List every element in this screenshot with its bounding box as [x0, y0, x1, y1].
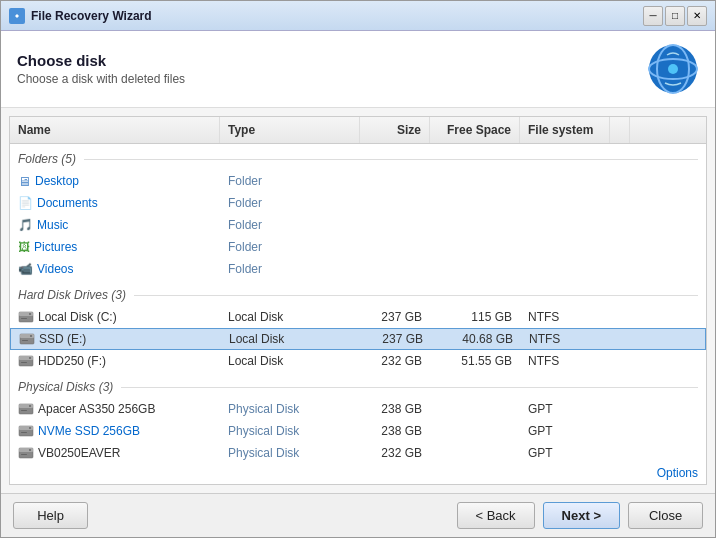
row-type: Local Disk — [221, 330, 361, 348]
help-button[interactable]: Help — [13, 502, 88, 529]
local-disk-icon — [18, 310, 34, 324]
header-text: Choose disk Choose a disk with deleted f… — [17, 52, 647, 86]
row-fs: GPT — [520, 422, 610, 440]
table-row[interactable]: NVMe SSD 256GB Physical Disk 238 GB GPT — [10, 420, 706, 442]
row-free: 51.55 GB — [430, 352, 520, 370]
row-name-nvme: NVMe SSD 256GB — [10, 422, 220, 440]
row-name-label: NVMe SSD 256GB — [38, 424, 140, 438]
row-size — [360, 245, 430, 249]
row-size: 237 GB — [360, 308, 430, 326]
table-row-selected[interactable]: SSD (E:) Local Disk 237 GB 40.68 GB NTFS — [10, 328, 706, 350]
row-type: Folder — [220, 260, 360, 278]
svg-rect-8 — [21, 318, 27, 319]
table-row[interactable]: Local Disk (C:) Local Disk 237 GB 115 GB… — [10, 306, 706, 328]
music-icon: 🎵 — [18, 218, 33, 232]
table-row[interactable]: VB0250EAVER Physical Disk 232 GB GPT — [10, 442, 706, 462]
table-row[interactable]: 📹 Videos Folder — [10, 258, 706, 280]
row-free — [430, 223, 520, 227]
back-button[interactable]: < Back — [457, 502, 535, 529]
videos-icon: 📹 — [18, 262, 33, 276]
row-fs — [520, 179, 610, 183]
svg-point-7 — [29, 313, 31, 315]
row-type: Folder — [220, 172, 360, 190]
section-divider-folders — [84, 159, 698, 160]
table-row[interactable]: 🖼 Pictures Folder — [10, 236, 706, 258]
physical-disk-icon — [18, 446, 34, 460]
table-row[interactable]: 🎵 Music Folder — [10, 214, 706, 236]
row-size — [360, 201, 430, 205]
col-header-type: Type — [220, 117, 360, 143]
local-disk-icon — [19, 332, 35, 346]
row-type: Folder — [220, 194, 360, 212]
row-fs: GPT — [520, 444, 610, 462]
row-fs: NTFS — [520, 308, 610, 326]
row-name-desktop: 🖥 Desktop — [10, 172, 220, 191]
row-name-label: Pictures — [34, 240, 77, 254]
col-header-freespace: Free Space — [430, 117, 520, 143]
svg-rect-12 — [22, 340, 28, 341]
row-name-label: Videos — [37, 262, 73, 276]
maximize-button[interactable]: □ — [665, 6, 685, 26]
col-header-scroll — [610, 117, 630, 143]
header-section: Choose disk Choose a disk with deleted f… — [1, 31, 715, 108]
minimize-button[interactable]: ─ — [643, 6, 663, 26]
documents-icon: 📄 — [18, 196, 33, 210]
row-fs — [520, 267, 610, 271]
table-row[interactable]: 📄 Documents Folder — [10, 192, 706, 214]
row-name-label: SSD (E:) — [39, 332, 86, 346]
window-controls: ─ □ ✕ — [643, 6, 707, 26]
svg-rect-20 — [21, 410, 27, 411]
table-body[interactable]: Folders (5) 🖥 Desktop Folder 📄 Documents — [10, 144, 706, 462]
row-type: Physical Disk — [220, 444, 360, 462]
window-title: File Recovery Wizard — [31, 9, 643, 23]
row-type: Folder — [220, 216, 360, 234]
row-fs: NTFS — [520, 352, 610, 370]
desktop-icon: 🖥 — [18, 174, 31, 189]
row-name-c: Local Disk (C:) — [10, 308, 220, 326]
row-free — [430, 267, 520, 271]
table-header: Name Type Size Free Space File system — [10, 117, 706, 144]
col-header-size: Size — [360, 117, 430, 143]
row-free — [430, 451, 520, 455]
footer-area: Options — [10, 462, 706, 484]
row-name-label: Apacer AS350 256GB — [38, 402, 155, 416]
pictures-icon: 🖼 — [18, 240, 30, 254]
row-fs — [520, 201, 610, 205]
row-free — [430, 179, 520, 183]
app-icon — [9, 8, 25, 24]
close-button[interactable]: Close — [628, 502, 703, 529]
next-button[interactable]: Next > — [543, 502, 620, 529]
row-size — [360, 223, 430, 227]
row-name-label: Local Disk (C:) — [38, 310, 117, 324]
row-type: Folder — [220, 238, 360, 256]
row-size: 238 GB — [360, 400, 430, 418]
close-window-button[interactable]: ✕ — [687, 6, 707, 26]
row-type: Local Disk — [220, 308, 360, 326]
row-name-label: HDD250 (F:) — [38, 354, 106, 368]
options-link[interactable]: Options — [657, 466, 698, 480]
row-name-documents: 📄 Documents — [10, 194, 220, 212]
row-name-music: 🎵 Music — [10, 216, 220, 234]
svg-rect-28 — [21, 454, 27, 455]
row-size — [360, 179, 430, 183]
table-row[interactable]: 🖥 Desktop Folder — [10, 170, 706, 192]
col-header-fs: File system — [520, 117, 610, 143]
section-header-hdd: Hard Disk Drives (3) — [10, 280, 706, 306]
row-name-pictures: 🖼 Pictures — [10, 238, 220, 256]
row-free: 40.68 GB — [431, 330, 521, 348]
row-name-label: Music — [37, 218, 68, 232]
row-size: 232 GB — [360, 352, 430, 370]
row-name-videos: 📹 Videos — [10, 260, 220, 278]
table-row[interactable]: HDD250 (F:) Local Disk 232 GB 51.55 GB N… — [10, 350, 706, 372]
nav-buttons: < Back Next > Close — [457, 502, 704, 529]
header-title: Choose disk — [17, 52, 647, 69]
col-header-name: Name — [10, 117, 220, 143]
row-name-label: Desktop — [35, 174, 79, 188]
title-bar: File Recovery Wizard ─ □ ✕ — [1, 1, 715, 31]
physical-disk-icon — [18, 424, 34, 438]
table-row[interactable]: Apacer AS350 256GB Physical Disk 238 GB … — [10, 398, 706, 420]
section-header-physical: Physical Disks (3) — [10, 372, 706, 398]
section-label-physical: Physical Disks (3) — [18, 380, 113, 394]
row-size — [360, 267, 430, 271]
row-free — [430, 201, 520, 205]
